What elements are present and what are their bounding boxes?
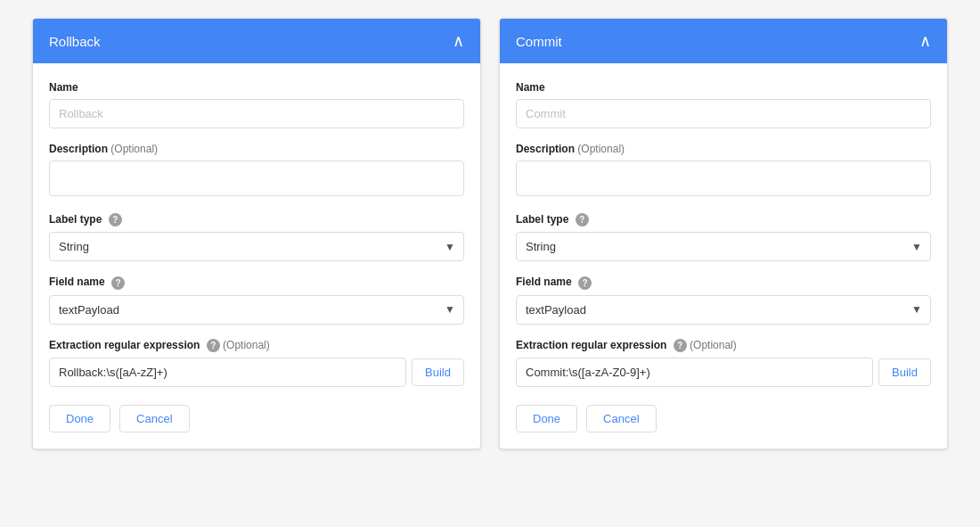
name-label-rollback: Name xyxy=(49,81,464,94)
extraction-row-commit: Build xyxy=(516,358,931,387)
label-type-select-rollback[interactable]: StringIntegerBoolean xyxy=(49,232,464,261)
description-input-commit[interactable] xyxy=(516,161,931,196)
name-label-commit: Name xyxy=(516,81,931,94)
label-type-select-commit[interactable]: StringIntegerBoolean xyxy=(516,232,931,261)
name-group-commit: Name xyxy=(516,81,931,128)
field-name-group-rollback: Field name ? textPayloadjsonPayloadhttpR… xyxy=(49,276,464,324)
panel-title-rollback: Rollback xyxy=(49,34,101,49)
field-name-help-icon-commit[interactable]: ? xyxy=(578,276,592,290)
extraction-optional-rollback: (Optional) xyxy=(223,339,270,351)
panel-header-commit: Commit ∧ xyxy=(500,19,947,63)
field-name-select-wrapper-commit: textPayloadjsonPayloadhttpRequest ▼ xyxy=(516,295,931,325)
description-optional-commit: (Optional) xyxy=(575,143,625,155)
panel-header-rollback: Rollback ∧ xyxy=(33,19,480,63)
extraction-input-rollback[interactable] xyxy=(49,358,406,387)
description-label-rollback: Description (Optional) xyxy=(49,143,464,155)
action-row-rollback: Done Cancel xyxy=(49,405,464,432)
label-type-help-icon-rollback[interactable]: ? xyxy=(109,213,122,226)
extraction-row-rollback: Build xyxy=(49,358,464,387)
description-optional-rollback: (Optional) xyxy=(108,143,158,155)
label-type-label-commit: Label type ? xyxy=(516,213,931,226)
label-type-select-wrapper-rollback: StringIntegerBoolean ▼ xyxy=(49,232,464,261)
panel-commit: Commit ∧ Name Description (Optional) Lab… xyxy=(499,18,948,449)
extraction-input-commit[interactable] xyxy=(516,358,873,387)
label-type-help-icon-commit[interactable]: ? xyxy=(576,213,589,226)
panel-body-rollback: Name Description (Optional) Label type ?… xyxy=(33,63,480,449)
field-name-select-rollback[interactable]: textPayloadjsonPayloadhttpRequest xyxy=(49,295,464,325)
name-input-rollback[interactable] xyxy=(49,99,464,128)
cancel-button-commit[interactable]: Cancel xyxy=(586,405,656,432)
panel-body-commit: Name Description (Optional) Label type ?… xyxy=(500,63,947,449)
field-name-help-icon-rollback[interactable]: ? xyxy=(111,276,125,290)
field-name-select-commit[interactable]: textPayloadjsonPayloadhttpRequest xyxy=(516,295,931,325)
name-input-commit[interactable] xyxy=(516,99,931,128)
description-input-rollback[interactable] xyxy=(49,161,464,196)
done-button-commit[interactable]: Done xyxy=(516,405,577,432)
extraction-group-rollback: Extraction regular expression ? (Optiona… xyxy=(49,339,464,387)
description-group-rollback: Description (Optional) xyxy=(49,143,464,199)
label-type-label-rollback: Label type ? xyxy=(49,213,464,226)
label-type-select-wrapper-commit: StringIntegerBoolean ▼ xyxy=(516,232,931,261)
field-name-label-rollback: Field name ? xyxy=(49,276,464,289)
collapse-button-commit[interactable]: ∧ xyxy=(919,31,931,51)
extraction-label-commit: Extraction regular expression ? (Optiona… xyxy=(516,339,931,352)
field-name-group-commit: Field name ? textPayloadjsonPayloadhttpR… xyxy=(516,276,931,324)
description-group-commit: Description (Optional) xyxy=(516,143,931,199)
action-row-commit: Done Cancel xyxy=(516,405,931,432)
done-button-rollback[interactable]: Done xyxy=(49,405,110,432)
extraction-help-icon-rollback[interactable]: ? xyxy=(207,339,220,352)
extraction-optional-commit: (Optional) xyxy=(690,339,737,351)
description-label-commit: Description (Optional) xyxy=(516,143,931,155)
panel-rollback: Rollback ∧ Name Description (Optional) L… xyxy=(32,18,481,449)
build-button-commit[interactable]: Build xyxy=(878,358,931,386)
label-type-group-rollback: Label type ? StringIntegerBoolean ▼ xyxy=(49,213,464,261)
collapse-button-rollback[interactable]: ∧ xyxy=(453,31,464,51)
label-type-group-commit: Label type ? StringIntegerBoolean ▼ xyxy=(516,213,931,261)
extraction-label-rollback: Extraction regular expression ? (Optiona… xyxy=(49,339,464,352)
extraction-help-icon-commit[interactable]: ? xyxy=(674,339,687,352)
cancel-button-rollback[interactable]: Cancel xyxy=(119,405,189,432)
panel-title-commit: Commit xyxy=(516,34,562,49)
extraction-group-commit: Extraction regular expression ? (Optiona… xyxy=(516,339,931,387)
build-button-rollback[interactable]: Build xyxy=(412,358,464,386)
field-name-select-wrapper-rollback: textPayloadjsonPayloadhttpRequest ▼ xyxy=(49,295,464,325)
name-group-rollback: Name xyxy=(49,81,464,128)
field-name-label-commit: Field name ? xyxy=(516,276,931,289)
